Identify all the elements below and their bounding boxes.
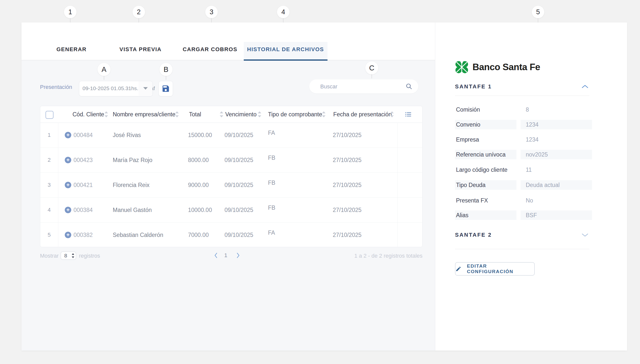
row-number: 1 xyxy=(40,122,58,148)
sort-icon[interactable] xyxy=(322,111,325,117)
annotation-line-b xyxy=(166,76,166,80)
field-value: 11 xyxy=(521,165,592,174)
sort-icon[interactable] xyxy=(220,111,223,117)
tab-cargar-cobros[interactable]: CARGAR COBROS xyxy=(183,46,238,53)
field-label: Empresa xyxy=(455,135,517,144)
field-value: 1234 xyxy=(521,120,592,129)
section-title: SANTAFE 2 xyxy=(455,232,492,238)
header-total[interactable]: Total xyxy=(189,106,201,122)
annotation-circle-2: 2 xyxy=(132,6,145,18)
field-label: Referencia unívoca xyxy=(455,150,517,159)
expand-row-icon[interactable]: + xyxy=(65,132,71,138)
cell-vencimiento: 09/10/2025 xyxy=(225,198,253,222)
next-page-icon[interactable] xyxy=(236,252,241,259)
row-actions-cell xyxy=(397,172,422,198)
chevron-down-icon xyxy=(143,87,148,90)
row-actions-cell xyxy=(397,198,422,222)
cell-tipo: FB xyxy=(268,145,275,170)
cell-vencimiento: 09/10/2025 xyxy=(225,222,253,248)
table-header-row: Cód. Cliente Nombre empresa/cliente Tota… xyxy=(40,106,422,123)
prev-page-icon[interactable] xyxy=(214,252,219,259)
registros-label: registros xyxy=(79,253,100,259)
tab-generar[interactable]: GENERAR xyxy=(57,46,87,53)
presentacion-label: Presentación xyxy=(40,84,72,90)
dropdown-caret-segment[interactable] xyxy=(138,81,152,96)
bank-clover-icon xyxy=(455,60,469,74)
sort-icon[interactable] xyxy=(105,111,108,117)
config-field: Comisión 8 xyxy=(455,105,592,114)
annotation-circle-3: 3 xyxy=(205,6,218,18)
field-label: Largo código cliente xyxy=(455,165,517,174)
edit-configuration-button[interactable]: EDITAR CONFIGURACIÓN xyxy=(455,262,535,276)
cell-total: 10000.00 xyxy=(188,198,212,222)
tab-vista-previa[interactable]: VISTA PREVIA xyxy=(119,46,161,53)
cell-tipo: FA xyxy=(268,220,275,245)
header-fecha-presentacion[interactable]: Fecha de presentación xyxy=(333,106,392,122)
expand-row-icon[interactable]: + xyxy=(65,157,71,163)
config-field: Referencia unívoca nov2025 xyxy=(455,150,592,159)
sort-icon[interactable] xyxy=(390,111,394,117)
page-size-stepper[interactable]: 8 xyxy=(61,252,76,260)
field-value: BSF xyxy=(521,210,592,220)
header-vencimiento[interactable]: Vencimiento xyxy=(225,106,257,122)
search-box xyxy=(309,80,418,93)
sort-icon[interactable] xyxy=(175,111,179,117)
config-field: Empresa 1234 xyxy=(455,135,592,144)
config-field: Convenio 1234 xyxy=(455,120,592,129)
save-button[interactable] xyxy=(158,81,173,96)
search-input[interactable] xyxy=(320,80,403,94)
header-tipo-comprobante[interactable]: Tipo de comprobante xyxy=(268,106,322,122)
cell-total: 7000.00 xyxy=(188,222,209,248)
cell-fecha: 27/10/2025 xyxy=(333,198,361,222)
annotation-circle-b: B xyxy=(159,63,172,76)
header-cod-cliente[interactable]: Cód. Cliente xyxy=(73,106,104,122)
cell-tipo: FA xyxy=(268,120,275,145)
row-actions-cell xyxy=(397,148,422,172)
select-all-checkbox[interactable] xyxy=(46,111,54,119)
chevron-up-icon[interactable] xyxy=(581,84,589,89)
expand-row-icon[interactable]: + xyxy=(65,182,71,188)
cell-name: José Rivas xyxy=(113,122,141,148)
search-icon[interactable] xyxy=(406,83,412,90)
presentacion-dropdown[interactable]: 09-10-2025 01.05.31hs. Santaf xyxy=(79,81,153,96)
annotation-line-a xyxy=(104,76,104,80)
cell-vencimiento: 09/10/2025 xyxy=(225,172,253,198)
field-value: 1234 xyxy=(521,135,592,144)
table-row[interactable]: 3 + 000421 Florencia Reix 9000.00 09/10/… xyxy=(40,172,422,198)
cell-code: 000384 xyxy=(74,198,93,222)
chevron-down-icon[interactable] xyxy=(581,233,589,237)
column-list-icon[interactable] xyxy=(405,111,412,118)
field-label: Presenta FX xyxy=(455,196,517,205)
annotation-circle-a: A xyxy=(98,63,110,76)
mostrar-label: Mostrar xyxy=(40,253,59,259)
bank-logo: Banco Santa Fe xyxy=(455,60,540,74)
cell-fecha: 27/10/2025 xyxy=(333,172,361,198)
expand-row-icon[interactable]: + xyxy=(65,232,71,238)
field-value: No xyxy=(521,196,592,205)
tab-historial-de-archivos[interactable]: HISTORIAL DE ARCHIVOS xyxy=(247,46,324,53)
tabbar-border xyxy=(22,60,435,60)
stepper-arrows-icon[interactable] xyxy=(72,253,74,258)
expand-row-icon[interactable]: + xyxy=(65,207,71,213)
current-page[interactable]: 1 xyxy=(224,252,227,259)
table-row[interactable]: 5 + 000382 Sebastian Calderón 7000.00 09… xyxy=(40,222,422,248)
field-label: Tipo Deuda xyxy=(455,180,517,190)
records-total-text: 1 a 2 - de 2 registros totales xyxy=(354,253,422,259)
accordion-santafe-1[interactable]: SANTAFE 1 xyxy=(455,84,590,92)
bank-name: Banco Santa Fe xyxy=(473,62,540,72)
files-history-table: Cód. Cliente Nombre empresa/cliente Tota… xyxy=(40,106,422,247)
cell-fecha: 27/10/2025 xyxy=(333,222,361,248)
table-row[interactable]: 2 + 000423 María Paz Rojo 8000.00 09/10/… xyxy=(40,148,422,173)
table-row[interactable]: 4 + 000384 Manuel Gastón 10000.00 09/10/… xyxy=(40,198,422,223)
table-row[interactable]: 1 + 000484 José Rivas 15000.00 09/10/202… xyxy=(40,122,422,148)
page: GENERAR VISTA PREVIA CARGAR COBROS HISTO… xyxy=(0,0,640,364)
annotation-circle-c: C xyxy=(365,62,378,74)
field-value: 8 xyxy=(521,105,592,114)
accordion-santafe-2[interactable]: SANTAFE 2 xyxy=(455,232,590,240)
cell-name: Manuel Gastón xyxy=(113,198,152,222)
field-value: Deuda actual xyxy=(521,180,592,190)
row-actions-cell xyxy=(397,122,422,148)
cell-tipo: FB xyxy=(268,195,275,220)
header-nombre[interactable]: Nombre empresa/cliente xyxy=(113,106,175,122)
sort-icon[interactable] xyxy=(258,111,261,117)
